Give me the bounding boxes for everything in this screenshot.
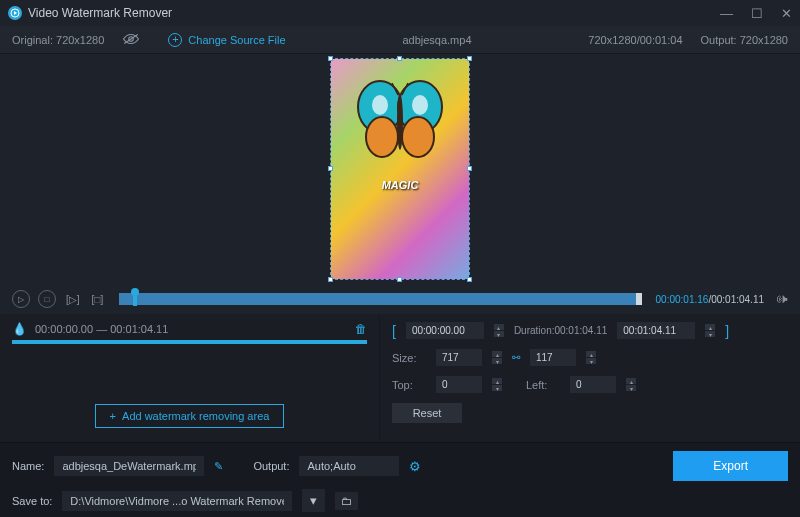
left-field[interactable] — [570, 376, 616, 393]
play-button[interactable]: ▷ — [12, 290, 30, 308]
width-up[interactable]: ▴ — [492, 351, 502, 357]
bracket-open-icon[interactable]: [ — [392, 323, 396, 339]
save-path-dropdown[interactable]: ▾ — [302, 489, 325, 512]
video-preview: MAGIC — [0, 54, 800, 284]
video-frame-image: MAGIC — [331, 59, 469, 279]
titlebar: Video Watermark Remover — ☐ ✕ — [0, 0, 800, 26]
plus-icon: + — [168, 33, 182, 47]
app-logo-icon — [8, 6, 22, 20]
resize-handle-tr[interactable] — [467, 56, 472, 61]
top-label: Top: — [392, 379, 426, 391]
playback-bar: ▷ □ [▷] [□] 00:00:01.16/00:01:04.11 🕪 — [0, 284, 800, 314]
video-overlay-text: MAGIC — [382, 179, 419, 191]
top-field[interactable] — [436, 376, 482, 393]
segments-panel: 💧 00:00:00.00 — 00:01:04.11 🗑 + Add wate… — [0, 314, 380, 442]
source-filename: adbjesqa.mp4 — [304, 34, 571, 46]
add-watermark-area-button[interactable]: + Add watermark removing area — [95, 404, 285, 428]
svg-point-9 — [397, 94, 403, 150]
resize-handle-lc[interactable] — [328, 166, 333, 171]
watermark-segment[interactable]: 💧 00:00:00.00 — 00:01:04.11 🗑 — [12, 322, 367, 336]
resize-handle-br[interactable] — [467, 277, 472, 282]
open-folder-button[interactable]: 🗀 — [335, 492, 358, 510]
resize-handle-tc[interactable] — [397, 56, 402, 61]
edit-name-icon[interactable]: ✎ — [214, 460, 223, 473]
svg-point-8 — [412, 95, 428, 115]
start-time-up[interactable]: ▴ — [494, 324, 504, 330]
watermark-icon: 💧 — [12, 322, 27, 336]
output-format-field[interactable] — [299, 456, 399, 476]
mark-in-button[interactable]: [▷] — [64, 290, 82, 308]
watermark-selection-box[interactable]: MAGIC — [330, 58, 470, 280]
duration-label: Duration:00:01:04.11 — [514, 325, 607, 336]
butterfly-graphic — [350, 77, 450, 167]
end-time-up[interactable]: ▴ — [705, 324, 715, 330]
output-settings-icon[interactable]: ⚙ — [409, 459, 421, 474]
left-label: Left: — [526, 379, 560, 391]
svg-point-7 — [372, 95, 388, 115]
end-time-down[interactable]: ▾ — [705, 331, 715, 337]
add-button-label: Add watermark removing area — [122, 410, 269, 422]
timeline-scrubber[interactable] — [119, 293, 641, 305]
name-label: Name: — [12, 460, 44, 472]
change-source-button[interactable]: + Change Source File — [168, 33, 285, 47]
link-aspect-icon[interactable]: ⚯ — [512, 352, 520, 363]
height-field[interactable] — [530, 349, 576, 366]
timeline-playhead[interactable] — [131, 288, 139, 296]
total-time: 00:01:04.11 — [711, 294, 764, 305]
output-label: Output: — [253, 460, 289, 472]
current-time: 00:00:01.16 — [656, 294, 709, 305]
save-to-label: Save to: — [12, 495, 52, 507]
export-bar: Name: ✎ Output: ⚙ Export Save to: ▾ 🗀 — [0, 442, 800, 517]
resize-handle-bc[interactable] — [397, 277, 402, 282]
stop-button[interactable]: □ — [38, 290, 56, 308]
maximize-button[interactable]: ☐ — [751, 6, 763, 21]
height-down[interactable]: ▾ — [586, 358, 596, 364]
preview-toggle-icon[interactable] — [122, 32, 140, 48]
size-label: Size: — [392, 352, 426, 364]
start-time-field[interactable] — [406, 322, 484, 339]
bracket-close-icon[interactable]: ] — [725, 323, 729, 339]
segment-timeline-bar[interactable] — [12, 340, 367, 344]
segment-range: 00:00:00.00 — 00:01:04.11 — [35, 323, 347, 335]
top-up[interactable]: ▴ — [492, 378, 502, 384]
resize-handle-tl[interactable] — [328, 56, 333, 61]
plus-icon: + — [110, 410, 116, 422]
width-down[interactable]: ▾ — [492, 358, 502, 364]
minimize-button[interactable]: — — [720, 6, 733, 21]
mark-out-button[interactable]: [□] — [90, 290, 106, 308]
resize-handle-rc[interactable] — [467, 166, 472, 171]
close-button[interactable]: ✕ — [781, 6, 792, 21]
svg-point-5 — [366, 117, 398, 157]
svg-point-6 — [402, 117, 434, 157]
start-time-down[interactable]: ▾ — [494, 331, 504, 337]
end-time-field[interactable] — [617, 322, 695, 339]
timecode-display: 00:00:01.16/00:01:04.11 — [656, 294, 764, 305]
left-down[interactable]: ▾ — [626, 385, 636, 391]
change-source-label: Change Source File — [188, 34, 285, 46]
height-up[interactable]: ▴ — [586, 351, 596, 357]
save-path-field[interactable] — [62, 491, 292, 511]
export-button[interactable]: Export — [673, 451, 788, 481]
timeline-end-marker[interactable] — [636, 293, 642, 305]
width-field[interactable] — [436, 349, 482, 366]
source-resolution-time: 720x1280/00:01:04 — [588, 34, 682, 46]
properties-panel: [ ▴▾ Duration:00:01:04.11 ▴▾ ] Size: ▴▾ … — [380, 314, 800, 442]
left-up[interactable]: ▴ — [626, 378, 636, 384]
output-resolution: Output: 720x1280 — [701, 34, 788, 46]
original-resolution: Original: 720x1280 — [12, 34, 104, 46]
volume-icon[interactable]: 🕪 — [776, 292, 788, 306]
app-title: Video Watermark Remover — [28, 6, 720, 20]
delete-segment-icon[interactable]: 🗑 — [355, 322, 367, 336]
top-down[interactable]: ▾ — [492, 385, 502, 391]
resize-handle-bl[interactable] — [328, 277, 333, 282]
output-name-field[interactable] — [54, 456, 204, 476]
info-bar: Original: 720x1280 + Change Source File … — [0, 26, 800, 54]
reset-button[interactable]: Reset — [392, 403, 462, 423]
